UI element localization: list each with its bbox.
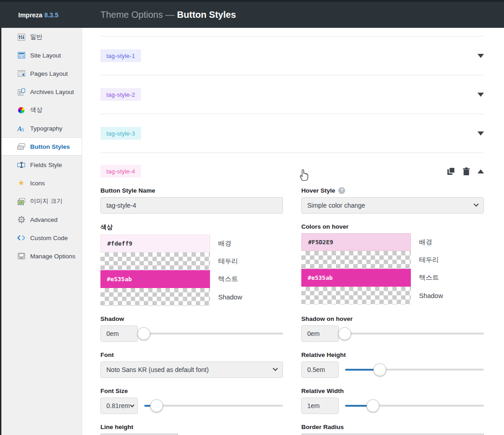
- field-colors-on-hover: Colors on hover #F5D2E9 배경 테두리 #e535ab 텍…: [301, 223, 484, 306]
- slider-handle[interactable]: [338, 327, 351, 340]
- sidebar-item-label: Manage Options: [30, 253, 75, 260]
- chevron-down-icon[interactable]: [478, 131, 484, 136]
- field-line-height: Line height: [100, 424, 283, 435]
- chevron-down-icon[interactable]: [478, 54, 484, 58]
- shadow-slider[interactable]: [138, 325, 283, 342]
- value-text: 0em: [106, 330, 119, 337]
- brand: Impreza8.3.5: [0, 11, 82, 19]
- color-swatch[interactable]: #F5D2E9: [301, 233, 411, 251]
- value-text: 1em: [307, 402, 320, 409]
- field-label: Shadow on hover: [301, 315, 484, 322]
- relative-height-slider[interactable]: [345, 362, 484, 378]
- color-row-label: 배경: [218, 239, 231, 248]
- relative-width-value[interactable]: 1em: [301, 398, 339, 414]
- button-styles-icon: [17, 143, 25, 151]
- slider-track[interactable]: [144, 405, 283, 407]
- brand-version: 8.3.5: [44, 11, 58, 19]
- sidebar-item-manage-options[interactable]: Manage Options: [0, 247, 82, 265]
- color-swatch-block: #fdeff9 배경 테두리 #e535ab 텍스트 Shadow: [100, 235, 283, 306]
- color-row-label: 텍스트: [419, 273, 439, 282]
- shadow-hover-value[interactable]: 0em: [301, 325, 339, 342]
- accordion-row-tag-style-3[interactable]: tag-style-3: [100, 114, 484, 153]
- font-size-slider[interactable]: [144, 398, 283, 414]
- sidebar-item-custom-code[interactable]: Custom Code: [0, 229, 82, 247]
- relative-height-value[interactable]: 0.5em: [301, 362, 339, 378]
- color-swatch-transparent[interactable]: [301, 251, 411, 269]
- font-size-select[interactable]: 0.81rem: [100, 398, 138, 414]
- sidebar-item-label: 일반: [30, 33, 42, 41]
- color-row-label: Shadow: [218, 293, 242, 301]
- color-row-label: 테두리: [218, 257, 238, 266]
- color-swatch-transparent[interactable]: [100, 288, 210, 306]
- select-value: 0.81rem: [106, 402, 130, 409]
- sidebar-item-label: 색상: [30, 106, 42, 114]
- slider-handle[interactable]: [137, 327, 150, 340]
- sidebar-item-typography[interactable]: AA Typography: [0, 119, 82, 137]
- relative-width-control: 1em: [301, 398, 484, 414]
- color-row-label: 텍스트: [218, 275, 238, 283]
- color-row-border: 테두리: [301, 251, 484, 269]
- typography-icon: AA: [17, 125, 25, 132]
- field-relative-height: Relative Height 0.5em: [301, 351, 484, 378]
- sidebar-item-icons[interactable]: ★ Icons: [0, 174, 82, 192]
- color-swatch[interactable]: #fdeff9: [100, 235, 210, 252]
- accordion-row-tag-style-1[interactable]: tag-style-1: [100, 37, 484, 75]
- slider-handle[interactable]: [373, 363, 386, 376]
- select-value: Noto Sans KR (used as default font): [106, 366, 209, 373]
- sidebar-item-fields-style[interactable]: Fields Style: [0, 156, 82, 174]
- value-text: 0.5em: [307, 366, 325, 373]
- shadow-value[interactable]: 0em: [100, 325, 138, 342]
- sidebar-item-pages-layout[interactable]: Pages Layout: [0, 64, 82, 83]
- field-label: Relative Width: [301, 388, 484, 394]
- trash-icon[interactable]: [463, 168, 470, 175]
- gear-icon: [17, 216, 25, 224]
- sidebar-item-colors[interactable]: 색상: [0, 101, 82, 119]
- row-action-icons: [447, 167, 484, 175]
- main-content: tag-style-1 tag-style-2 tag-style-3 tag-…: [82, 28, 504, 435]
- slider-track[interactable]: [339, 333, 484, 335]
- color-row-label: 배경: [419, 238, 432, 246]
- field-button-style-name: Button Style Name tag-style-4: [100, 187, 283, 214]
- sidebar-item-label: Fields Style: [30, 162, 62, 168]
- svg-text:A: A: [20, 126, 24, 132]
- font-select[interactable]: Noto Sans KR (used as default font): [100, 362, 283, 378]
- sidebar-item-image-sizes[interactable]: 이미지 크기: [0, 192, 82, 210]
- sidebar-item-label: Site Layout: [30, 52, 61, 59]
- sidebar-item-general[interactable]: 일반: [0, 28, 82, 46]
- button-style-name-input[interactable]: tag-style-4: [100, 197, 283, 214]
- shadow-hover-slider[interactable]: [339, 325, 484, 342]
- slider-handle[interactable]: [367, 399, 379, 412]
- relative-width-slider[interactable]: [345, 398, 484, 414]
- drive-icon: [17, 252, 25, 260]
- color-swatch-transparent[interactable]: [100, 252, 210, 270]
- accordion-row-tag-style-2[interactable]: tag-style-2: [100, 75, 484, 114]
- sidebar-item-label: 이미지 크기: [30, 197, 63, 205]
- shadow-control: 0em: [100, 325, 283, 342]
- sidebar-item-advanced[interactable]: Advanced: [0, 210, 82, 229]
- sidebar-item-label: Icons: [30, 180, 45, 187]
- field-relative-width: Relative Width 1em: [301, 388, 484, 414]
- sidebar-item-button-styles[interactable]: Button Styles: [0, 137, 82, 156]
- field-shadow-on-hover: Shadow on hover 0em: [301, 315, 484, 342]
- slider-handle[interactable]: [150, 399, 163, 412]
- color-row-text: #e535ab 텍스트: [301, 269, 484, 287]
- color-swatch[interactable]: #e535ab: [301, 269, 411, 287]
- field-label: Hover Style ?: [301, 187, 484, 194]
- accordion-row-tag-style-4-expanded[interactable]: tag-style-4: [100, 165, 484, 178]
- duplicate-icon[interactable]: [447, 167, 455, 175]
- chevron-up-icon[interactable]: [478, 169, 484, 173]
- help-icon[interactable]: ?: [338, 187, 345, 194]
- sliders-icon: [17, 33, 25, 41]
- color-swatch[interactable]: #e535ab: [100, 270, 210, 288]
- slider-track[interactable]: [138, 333, 283, 335]
- color-row-background: #F5D2E9 배경: [301, 233, 484, 251]
- hover-style-select[interactable]: Simple color change: [301, 197, 484, 214]
- field-label: Line height: [100, 424, 283, 430]
- color-swatch-transparent[interactable]: [301, 287, 411, 304]
- chevron-down-icon[interactable]: [478, 93, 484, 97]
- sidebar-item-archives-layout[interactable]: Archives Layout: [0, 83, 82, 101]
- field-label: Border Radius: [301, 424, 484, 430]
- font-size-control: 0.81rem: [100, 398, 283, 414]
- sidebar-item-site-layout[interactable]: Site Layout: [0, 46, 82, 64]
- pages-layout-icon: [17, 70, 25, 78]
